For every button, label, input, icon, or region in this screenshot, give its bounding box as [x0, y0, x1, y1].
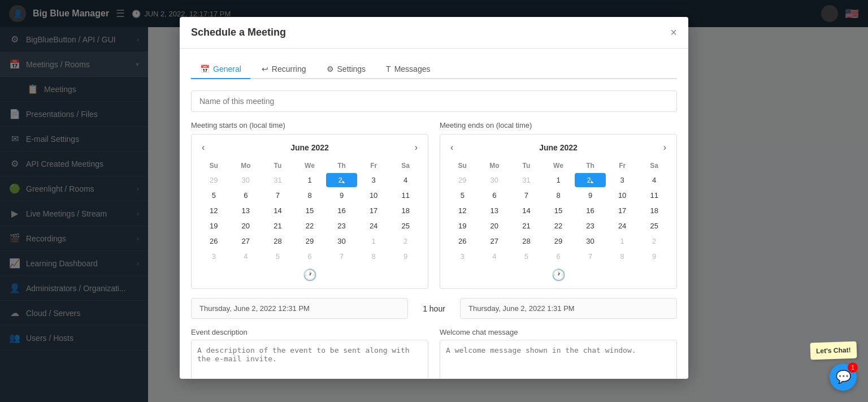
start-cal-day[interactable]: 8 — [294, 188, 326, 202]
end-cal-day[interactable]: 12 — [447, 204, 478, 218]
start-cal-day[interactable]: 30 — [326, 234, 357, 248]
end-cal-day[interactable]: 29 — [447, 173, 478, 187]
start-cal-day[interactable]: 7 — [326, 249, 357, 263]
start-cal-day[interactable]: 16 — [326, 204, 357, 218]
end-cal-day[interactable]: 6 — [479, 188, 510, 202]
end-cal-day[interactable]: 24 — [607, 219, 638, 233]
end-cal-day[interactable]: 1 — [607, 234, 638, 248]
tab-messages[interactable]: T Messages — [377, 60, 439, 79]
start-cal-day[interactable]: 1 — [358, 234, 389, 248]
tab-general[interactable]: 📅 General — [191, 60, 250, 79]
end-cal-day[interactable]: 13 — [479, 204, 510, 218]
end-cal-next-button[interactable]: › — [660, 141, 670, 154]
meeting-name-input[interactable] — [191, 90, 677, 112]
start-cal-day[interactable]: 11 — [390, 188, 421, 202]
end-cal-day[interactable]: 4 — [639, 173, 670, 187]
start-cal-day[interactable]: 27 — [231, 234, 262, 248]
end-cal-day[interactable]: 17 — [607, 204, 638, 218]
tab-recurring[interactable]: ↩ Recurring — [253, 60, 315, 79]
start-cal-prev-button[interactable]: ‹ — [198, 141, 208, 154]
start-cal-day[interactable]: 29 — [294, 234, 326, 248]
start-cal-day[interactable]: 3 — [358, 173, 389, 187]
start-cal-day[interactable]: 28 — [262, 234, 293, 248]
start-cal-day[interactable]: 8 — [358, 249, 389, 263]
start-cal-day[interactable]: 2 — [390, 234, 421, 248]
end-cal-day[interactable]: 14 — [511, 204, 542, 218]
start-cal-day[interactable]: 7 — [262, 188, 293, 202]
start-cal-day[interactable]: 6 — [294, 249, 326, 263]
end-cal-day[interactable]: 3 — [447, 249, 478, 263]
start-cal-day[interactable]: 29 — [198, 173, 229, 187]
end-cal-day[interactable]: 8 — [543, 188, 574, 202]
start-cal-next-button[interactable]: › — [411, 141, 421, 154]
start-cal-day[interactable]: 17 — [358, 204, 389, 218]
start-date-display[interactable]: Thursday, June 2, 2022 12:31 PM — [191, 298, 408, 319]
end-cal-day[interactable]: 2 — [639, 234, 670, 248]
end-cal-day[interactable]: 25 — [639, 219, 670, 233]
end-cal-day[interactable]: 22 — [543, 219, 574, 233]
start-cal-day[interactable]: 22 — [294, 219, 326, 233]
end-cal-day[interactable]: 16 — [575, 204, 606, 218]
start-cal-day[interactable]: 18 — [390, 204, 421, 218]
end-cal-day[interactable]: 10 — [607, 188, 638, 202]
start-time-icon[interactable]: 🕐 — [198, 268, 421, 282]
start-cal-day[interactable]: 4 — [390, 173, 421, 187]
start-cal-day[interactable]: 26 — [198, 234, 229, 248]
end-cal-day[interactable]: 20 — [479, 219, 510, 233]
modal-close-button[interactable]: × — [670, 26, 677, 39]
end-cal-day-selected[interactable]: 2 — [575, 173, 606, 187]
start-cal-day[interactable]: 9 — [326, 188, 357, 202]
end-cal-day[interactable]: 29 — [543, 234, 574, 248]
start-cal-day[interactable]: 19 — [198, 219, 229, 233]
end-cal-day[interactable]: 27 — [479, 234, 510, 248]
tab-settings[interactable]: ⚙ Settings — [318, 60, 375, 79]
start-cal-day[interactable]: 15 — [294, 204, 326, 218]
end-cal-day[interactable]: 18 — [639, 204, 670, 218]
start-cal-day[interactable]: 9 — [390, 249, 421, 263]
start-cal-day[interactable]: 23 — [326, 219, 357, 233]
end-cal-day[interactable]: 30 — [479, 173, 510, 187]
start-cal-day[interactable]: 1 — [294, 173, 326, 187]
start-cal-day[interactable]: 21 — [262, 219, 293, 233]
start-cal-day[interactable]: 13 — [231, 204, 262, 218]
end-cal-day[interactable]: 11 — [639, 188, 670, 202]
end-cal-prev-button[interactable]: ‹ — [447, 141, 457, 154]
end-cal-day[interactable]: 7 — [575, 249, 606, 263]
end-cal-day[interactable]: 5 — [511, 249, 542, 263]
end-cal-day[interactable]: 5 — [447, 188, 478, 202]
end-cal-day[interactable]: 23 — [575, 219, 606, 233]
end-cal-day[interactable]: 31 — [511, 173, 542, 187]
start-cal-day[interactable]: 4 — [231, 249, 262, 263]
start-cal-day[interactable]: 14 — [262, 204, 293, 218]
start-cal-day[interactable]: 3 — [198, 249, 229, 263]
end-cal-day[interactable]: 28 — [511, 234, 542, 248]
start-cal-day[interactable]: 25 — [390, 219, 421, 233]
end-cal-day[interactable]: 21 — [511, 219, 542, 233]
end-cal-day[interactable]: 6 — [543, 249, 574, 263]
start-cal-day[interactable]: 30 — [231, 173, 262, 187]
end-cal-day[interactable]: 1 — [543, 173, 574, 187]
end-cal-day[interactable]: 9 — [575, 188, 606, 202]
end-cal-day[interactable]: 9 — [639, 249, 670, 263]
welcome-chat-textarea[interactable] — [440, 340, 677, 379]
start-cal-day[interactable]: 12 — [198, 204, 229, 218]
end-cal-day[interactable]: 26 — [447, 234, 478, 248]
end-cal-day[interactable]: 30 — [575, 234, 606, 248]
end-cal-day[interactable]: 15 — [543, 204, 574, 218]
end-cal-day[interactable]: 7 — [511, 188, 542, 202]
end-cal-day[interactable]: 19 — [447, 219, 478, 233]
chat-open-button[interactable]: 💬 1 — [830, 364, 857, 391]
start-cal-day-selected[interactable]: 2 — [326, 173, 357, 187]
end-cal-day[interactable]: 3 — [607, 173, 638, 187]
start-cal-day[interactable]: 31 — [262, 173, 293, 187]
start-cal-day[interactable]: 5 — [262, 249, 293, 263]
start-cal-day[interactable]: 24 — [358, 219, 389, 233]
start-cal-day[interactable]: 6 — [231, 188, 262, 202]
end-cal-day[interactable]: 8 — [607, 249, 638, 263]
start-cal-day[interactable]: 20 — [231, 219, 262, 233]
end-cal-day[interactable]: 4 — [479, 249, 510, 263]
end-time-icon[interactable]: 🕐 — [447, 268, 670, 282]
event-description-textarea[interactable] — [191, 340, 428, 379]
start-cal-day[interactable]: 5 — [198, 188, 229, 202]
start-cal-day[interactable]: 10 — [358, 188, 389, 202]
